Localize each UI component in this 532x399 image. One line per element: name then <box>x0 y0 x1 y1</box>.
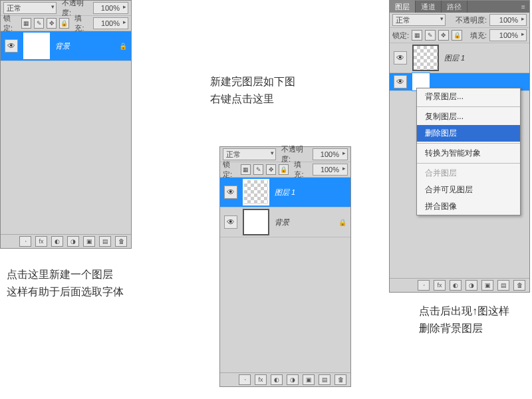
caption-panel3: 点击后出现↑图这样 删除背景图层 <box>419 303 509 336</box>
ctx-bg-layer[interactable]: 背景图层... <box>417 88 520 105</box>
new-layer-icon[interactable]: ▤ <box>319 374 331 385</box>
lock-transparency-icon[interactable]: ▦ <box>21 18 31 29</box>
panel-bottom-bar: ⬝ fx ◐ ◑ ▣ ▤ 🗑 <box>220 372 350 386</box>
lock-all-icon[interactable]: 🔒 <box>279 164 289 175</box>
ctx-separator <box>417 163 520 164</box>
lock-label: 锁定: <box>3 13 19 33</box>
layer-thumbnail[interactable] <box>412 45 439 71</box>
new-layer-icon[interactable]: ▤ <box>99 236 111 247</box>
fill-value[interactable]: 100% <box>313 164 348 176</box>
lock-icon: 🔒 <box>338 219 346 226</box>
lock-label: 锁定: <box>223 160 238 180</box>
lock-all-icon[interactable]: 🔒 <box>59 18 69 29</box>
lock-row: 锁定: ▦ ✎ ✥ 🔒 填充: 100% <box>390 28 529 43</box>
fill-label: 填充: <box>74 13 90 33</box>
fill-value[interactable]: 100% <box>489 29 527 41</box>
ctx-merge: 合并图层 <box>417 165 520 182</box>
fx-icon[interactable]: fx <box>434 280 446 291</box>
adjustment-layer-icon[interactable]: ◑ <box>67 236 79 247</box>
ctx-merge-visible[interactable]: 合并可见图层 <box>417 182 520 198</box>
adjustment-layer-icon[interactable]: ◑ <box>287 374 299 385</box>
opacity-value[interactable]: 100% <box>313 148 348 160</box>
link-layers-icon[interactable]: ⬝ <box>19 236 31 247</box>
delete-layer-icon[interactable]: 🗑 <box>513 280 525 291</box>
panel-tabs: 图层 通道 路径 ≡ <box>390 1 529 13</box>
lock-row: 锁定: ▦ ✎ ✥ 🔒 填充: 100% <box>1 16 131 31</box>
lock-paint-icon[interactable]: ✎ <box>34 18 44 29</box>
layers-list: 👁 背景 🔒 <box>1 31 131 234</box>
fill-label: 填充: <box>294 160 309 180</box>
visibility-toggle-icon[interactable]: 👁 <box>224 215 237 229</box>
lock-move-icon[interactable]: ✥ <box>266 164 276 175</box>
new-layer-icon[interactable]: ▤ <box>497 280 509 291</box>
panel-bottom-bar: ⬝ fx ◐ ◑ ▣ ▤ 🗑 <box>1 234 131 248</box>
panel-bottom-bar: ⬝ fx ◐ ◑ ▣ ▤ 🗑 <box>390 278 529 292</box>
opacity-value[interactable]: 100% <box>489 14 527 26</box>
layer-name: 图层 1 <box>275 188 295 198</box>
link-layers-icon[interactable]: ⬝ <box>239 374 251 385</box>
lock-move-icon[interactable]: ✥ <box>438 30 449 41</box>
opacity-value[interactable]: 100% <box>93 2 128 14</box>
caption-panel1: 点击这里新建一个图层 这样有助于后面选取字体 <box>7 266 124 300</box>
layer-name: 图层 1 <box>444 53 465 63</box>
layer-mask-icon[interactable]: ◐ <box>51 236 63 247</box>
visibility-toggle-icon[interactable]: 👁 <box>224 186 237 199</box>
visibility-toggle-icon[interactable]: 👁 <box>394 51 407 65</box>
ctx-flatten[interactable]: 拼合图像 <box>417 198 520 215</box>
blend-mode-select[interactable]: 正常 <box>392 14 446 26</box>
layer-mask-icon[interactable]: ◐ <box>450 280 462 291</box>
lock-paint-icon[interactable]: ✎ <box>253 164 263 175</box>
fx-icon[interactable]: fx <box>255 374 267 385</box>
blend-row: 正常 不透明度: 100% <box>220 147 350 162</box>
layer-row-layer1[interactable]: 👁 图层 1 <box>220 178 350 207</box>
lock-all-icon[interactable]: 🔒 <box>452 30 462 41</box>
fill-label: 填充: <box>470 31 487 41</box>
layer-name: 背景 <box>275 217 289 227</box>
fill-value[interactable]: 100% <box>93 17 128 29</box>
layer-group-icon[interactable]: ▣ <box>481 280 493 291</box>
layer-group-icon[interactable]: ▣ <box>83 236 95 247</box>
blend-mode-select[interactable]: 正常 <box>223 148 276 160</box>
delete-layer-icon[interactable]: 🗑 <box>115 236 127 247</box>
ctx-dup-layer[interactable]: 复制图层... <box>417 108 520 125</box>
tab-channels[interactable]: 通道 <box>416 1 442 13</box>
layer-row-layer1[interactable]: 👁 图层 1 <box>390 43 529 73</box>
layer-thumbnail[interactable] <box>243 209 269 235</box>
layers-panel-1: 正常 不透明度: 100% 锁定: ▦ ✎ ✥ 🔒 填充: 100% 👁 背景 … <box>0 0 132 249</box>
lock-row: 锁定: ▦ ✎ ✥ 🔒 填充: 100% <box>220 162 350 178</box>
blend-mode-select[interactable]: 正常 <box>3 2 57 14</box>
lock-icon: 🔒 <box>119 43 127 50</box>
visibility-toggle-icon[interactable]: 👁 <box>394 75 407 88</box>
ctx-del-layer[interactable]: 删除图层 <box>417 125 520 142</box>
tab-layers[interactable]: 图层 <box>390 1 416 13</box>
layer-name: 背景 <box>55 41 70 51</box>
layer-context-menu: 背景图层... 复制图层... 删除图层 转换为智能对象 合并图层 合并可见图层… <box>416 88 521 215</box>
layer-group-icon[interactable]: ▣ <box>303 374 315 385</box>
lock-label: 锁定: <box>392 31 409 41</box>
blend-row: 正常 不透明度: 100% <box>1 1 131 16</box>
ctx-separator <box>417 143 520 144</box>
layer-row-background[interactable]: 👁 背景 🔒 <box>1 31 131 61</box>
panel-menu-icon[interactable]: ≡ <box>517 1 529 13</box>
tab-paths[interactable]: 路径 <box>442 1 467 13</box>
fx-icon[interactable]: fx <box>35 236 47 247</box>
link-layers-icon[interactable]: ⬝ <box>418 280 430 291</box>
lock-paint-icon[interactable]: ✎ <box>425 30 436 41</box>
adjustment-layer-icon[interactable]: ◑ <box>466 280 477 291</box>
lock-transparency-icon[interactable]: ▦ <box>241 164 251 175</box>
opacity-label: 不透明度: <box>456 15 487 25</box>
delete-layer-icon[interactable]: 🗑 <box>334 374 346 385</box>
blend-row: 正常 不透明度: 100% <box>390 13 529 28</box>
layer-mask-icon[interactable]: ◐ <box>271 374 283 385</box>
layer-row-background[interactable]: 👁 背景 🔒 <box>220 207 350 237</box>
visibility-toggle-icon[interactable]: 👁 <box>5 39 18 53</box>
layer-thumbnail[interactable] <box>23 33 50 59</box>
lock-move-icon[interactable]: ✥ <box>47 18 57 29</box>
lock-transparency-icon[interactable]: ▦ <box>412 30 422 41</box>
layer-thumbnail[interactable] <box>243 179 269 205</box>
layers-list: 👁 图层 1 👁 背景 🔒 <box>220 178 350 372</box>
ctx-smart-obj[interactable]: 转换为智能对象 <box>417 145 520 162</box>
layers-panel-2: 正常 不透明度: 100% 锁定: ▦ ✎ ✥ 🔒 填充: 100% 👁 图层 … <box>219 146 351 387</box>
ctx-separator <box>417 106 520 107</box>
caption-panel2: 新建完图层如下图 右键点击这里 <box>210 73 295 107</box>
